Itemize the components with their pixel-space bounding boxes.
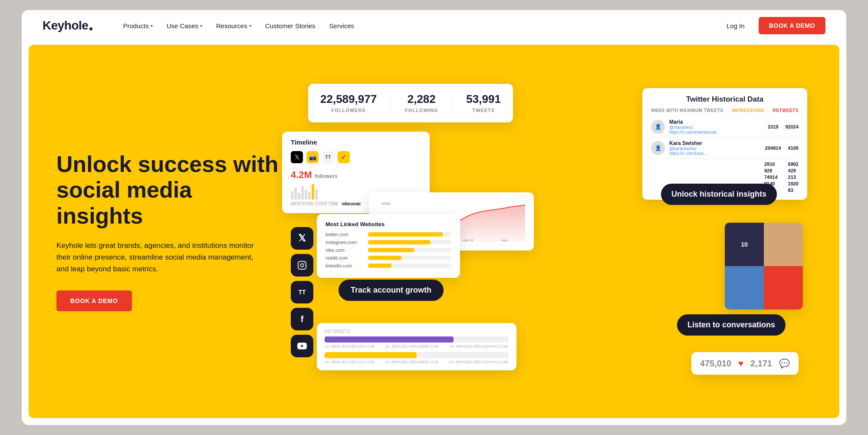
nav-products[interactable]: Products ▾ (117, 19, 158, 33)
tweets-stat: 53,991 TWEETS (466, 92, 501, 114)
chart-bar (305, 190, 307, 200)
check-icon: ✓ (338, 151, 350, 163)
chart-bar (312, 184, 314, 200)
comments-count: 2,171 (750, 359, 772, 369)
stat-divider (452, 92, 452, 114)
chart-bar (315, 189, 318, 200)
chart-bar (298, 193, 300, 200)
chevron-down-icon: ▾ (249, 23, 251, 28)
stats-card: 22,589,977 FOLLOWERS 2,282 FOLLOWING 53,… (308, 84, 513, 122)
hist-row: 👤 Kara Swisher @karaswisher https://x.co… (651, 138, 799, 159)
nav-customer-stories[interactable]: Customer Stories (259, 19, 322, 33)
hero-subtitle: Keyhole lets great brands, agencies, and… (56, 240, 256, 275)
hero-visuals: 22,589,977 FOLLOWERS 2,282 FOLLOWING 53,… (282, 75, 812, 388)
heart-icon: ♥ (738, 359, 743, 369)
photo-item (725, 266, 764, 310)
nav-services[interactable]: Services (323, 19, 361, 33)
twitter-x-button[interactable]: 𝕏 (291, 227, 313, 250)
svg-text:Apr 14: Apr 14 (463, 238, 473, 242)
nav-links: Products ▾ Use Cases ▾ Resources ▾ Custo… (117, 19, 705, 33)
chevron-down-icon: ▾ (151, 23, 153, 28)
nav-actions: Log In BOOK A DEMO (720, 17, 825, 34)
tiktok-button[interactable]: TT (291, 281, 313, 303)
logo-dot (89, 27, 92, 30)
chart-bar (294, 188, 297, 200)
hero-left: Unlock success with social media insight… (56, 152, 282, 312)
likes-count: 475,010 (700, 359, 731, 369)
logo[interactable]: Keyhole (43, 19, 92, 33)
chart-bar (301, 186, 304, 200)
avatar: 👤 (651, 120, 665, 134)
linked-row: nike.com (326, 247, 451, 253)
photo-item (764, 266, 803, 310)
youtube-button[interactable] (291, 335, 313, 357)
linked-row: reddit.com (326, 255, 451, 260)
linked-websites-card: Most Linked Websites twitter.com instagr… (317, 214, 460, 278)
logo-text: Keyhole (43, 19, 88, 33)
hist-row: 👤 Maria @mariaress https://x.com/mariare… (651, 116, 799, 138)
facebook-button[interactable]: f (291, 308, 313, 330)
avatar: 👤 (651, 141, 665, 155)
track-badge: Track account growth (339, 280, 444, 301)
hero-section: Unlock success with social media insight… (29, 45, 839, 418)
svg-point-1 (300, 264, 303, 267)
svg-text:600K: 600K (381, 201, 391, 206)
stats-bar-card: RETWEETS AV. REPLIES PER DAY 0.36 AV. RE… (317, 323, 516, 370)
chart-bar (308, 192, 311, 200)
followers-badge: 4.2M followers (291, 169, 421, 181)
comment-icon: 💬 (779, 358, 790, 369)
hero-title: Unlock success with social media insight… (56, 152, 282, 229)
listen-badge: Listen to conversations (677, 314, 786, 336)
photo-collage: 10 (725, 223, 803, 310)
navbar: Keyhole Products ▾ Use Cases ▾ Resources… (22, 10, 846, 41)
historical-data-card: Twitter Historical Data WERS WITH MAXIMU… (642, 88, 807, 200)
chevron-down-icon: ▾ (200, 23, 202, 28)
svg-text:Apr...: Apr... (502, 238, 510, 242)
twitter-x-icon: 𝕏 (291, 151, 303, 163)
linked-row: instagram.com (326, 240, 451, 245)
login-button[interactable]: Log In (720, 19, 752, 33)
nav-resources[interactable]: Resources ▾ (210, 19, 257, 33)
social-icons-column: 𝕏 TT f (291, 227, 313, 357)
following-stat: 2,282 FOLLOWING (405, 92, 438, 114)
svg-point-2 (304, 263, 305, 264)
unlock-badge: Unlock historical insights (661, 184, 777, 205)
photo-item (764, 223, 803, 266)
followers-stat: 22,589,977 FOLLOWERS (320, 92, 377, 114)
book-demo-button[interactable]: BOOK A DEMO (759, 17, 825, 34)
instagram-icon: 📷 (306, 151, 319, 163)
engagement-card: 475,010 ♥ 2,171 💬 (691, 352, 799, 375)
hist-subheader: WERS WITH MAXIMUM TWEETS Impressions Ret… (651, 108, 799, 113)
photo-item: 10 (725, 223, 764, 266)
timeline-icons: 𝕏 📷 TT ✓ (291, 151, 421, 163)
linked-row: twitter.com (326, 232, 451, 237)
hero-cta-button[interactable]: BOOK A DEMO (56, 290, 132, 311)
stat-divider (391, 92, 391, 114)
nav-use-cases[interactable]: Use Cases ▾ (161, 19, 208, 33)
instagram-button[interactable] (291, 254, 313, 277)
chart-bar (291, 191, 293, 200)
linked-row: linkedin.com (326, 263, 451, 268)
svg-rect-0 (298, 261, 306, 269)
tiktok-icon: TT (322, 151, 334, 163)
